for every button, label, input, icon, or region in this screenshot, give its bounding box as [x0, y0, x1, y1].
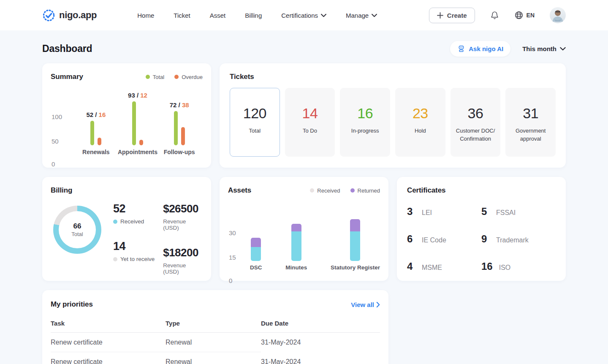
overdue-bar	[181, 127, 185, 145]
ticket-tile-government-approval[interactable]: 31 Government approval	[505, 88, 556, 157]
tile-value: 120	[243, 105, 266, 122]
tile-value: 16	[357, 105, 373, 122]
donut-total-label: Total	[71, 231, 83, 237]
revenue-pending: $18200 Revenue (USD)	[163, 246, 203, 275]
certificate-item-ie-code: 6IE Code	[407, 233, 481, 245]
user-avatar[interactable]	[550, 7, 566, 23]
received-segment	[251, 247, 261, 261]
returned-segment	[291, 224, 301, 231]
y-tick: 0	[229, 277, 232, 284]
assets-legend: Received Returned	[310, 187, 380, 194]
nav-item-billing[interactable]: Billing	[245, 12, 262, 19]
bar-category-label: Renewals	[82, 149, 110, 155]
received-segment	[291, 231, 301, 261]
certificates-card: Certificates 3LEI 5FSSAI 6IE Code 9Trade…	[397, 177, 566, 281]
table-header-row: Task Type Due Date	[51, 320, 380, 333]
brand-name: nigo.app	[59, 10, 97, 21]
revenue-label: Revenue (USD)	[163, 262, 203, 275]
ticket-tile-todo[interactable]: 14 To Do	[285, 88, 335, 157]
certificates-title: Certificates	[407, 186, 556, 195]
language-selector[interactable]: EN	[514, 11, 535, 20]
returned-segment	[251, 238, 261, 247]
create-button[interactable]: Create	[429, 8, 475, 23]
chevron-down-icon	[560, 47, 566, 51]
returned-legend-dot	[350, 188, 355, 193]
ticket-tile-in-progress[interactable]: 16 In-progress	[340, 88, 390, 157]
bar-category-label: Follow-ups	[164, 149, 195, 155]
type-cell: Renewal	[166, 352, 261, 364]
nav-item-home[interactable]: Home	[137, 12, 154, 19]
certificate-label: Trademark	[496, 236, 529, 244]
my-priorities-card: My priorities View all Task Type Due Dat…	[42, 290, 388, 364]
received-segment	[350, 231, 360, 261]
stack-group-statutory-register: Statutory Register	[331, 196, 380, 271]
globe-icon	[514, 11, 524, 20]
nav-item-certifications[interactable]: Certifications	[281, 12, 326, 19]
tickets-card: Tickets 120 Total 14 To Do 16 In-progres…	[220, 63, 566, 168]
bar-category-label: Appointments	[118, 149, 157, 155]
certificate-count: 5	[481, 206, 490, 217]
certificate-label: FSSAI	[496, 209, 516, 217]
bar-category-label: Minutes	[285, 264, 307, 271]
language-label: EN	[527, 12, 535, 19]
task-cell: Renew certificate	[51, 352, 166, 364]
certificate-label: LEI	[422, 209, 432, 217]
billing-donut: 66 Total	[53, 206, 101, 254]
view-all-button[interactable]: View all	[351, 301, 380, 308]
tile-label: Customer DOC/ Confirmation	[451, 127, 500, 143]
bell-icon	[490, 11, 499, 20]
nav-item-manage[interactable]: Manage	[346, 12, 377, 19]
bar-value-label: 52 / 16	[86, 111, 106, 118]
column-header-task: Task	[51, 320, 166, 333]
bar-group-appointments: 93 / 12 Appointments	[117, 83, 159, 155]
bar-category-label: Statutory Register	[331, 264, 380, 271]
top-navigation-bar: nigo.app Home Ticket Asset Billing Certi…	[0, 0, 608, 30]
billing-title: Billing	[51, 186, 203, 195]
assets-stacked-bar-chart: 30 15 0 DSC Minutes Statutory Re	[228, 196, 380, 271]
table-row[interactable]: Renew certificate Renewal 31-May-2024	[51, 333, 380, 352]
bar-category-label: DSC	[250, 264, 262, 271]
summary-title: Summary	[51, 73, 83, 81]
robot-icon	[457, 45, 465, 53]
ticket-tiles: 120 Total 14 To Do 16 In-progress 23 Hol…	[230, 88, 556, 157]
donut-total-value: 66	[73, 222, 81, 231]
period-selector[interactable]: This month	[522, 45, 566, 52]
certificate-item-iso: 16ISO	[481, 261, 556, 272]
brand-logo[interactable]: nigo.app	[42, 9, 97, 22]
ticket-tile-hold[interactable]: 23 Hold	[395, 88, 445, 157]
ticket-tile-total[interactable]: 120 Total	[230, 88, 280, 157]
y-tick: 15	[229, 254, 236, 261]
tile-label: To Do	[299, 127, 320, 135]
certificate-count: 16	[481, 261, 493, 272]
tile-label: Hold	[411, 127, 429, 135]
revenue-value: $18200	[163, 246, 203, 259]
ask-ai-button[interactable]: Ask nigo AI	[450, 41, 510, 57]
tile-label: Total	[246, 127, 264, 135]
due-date-cell: 31-May-2024	[261, 352, 380, 364]
priorities-table: Task Type Due Date Renew certificate Ren…	[51, 320, 380, 364]
stack-group-minutes: Minutes	[285, 196, 307, 271]
revenue-value: $26500	[163, 202, 203, 215]
ticket-tile-customer-doc[interactable]: 36 Customer DOC/ Confirmation	[451, 88, 501, 157]
chevron-right-icon	[376, 302, 380, 307]
stacked-bar	[291, 224, 301, 261]
y-tick: 30	[229, 229, 236, 236]
page-title: Dashboard	[42, 43, 92, 54]
tile-value: 14	[302, 105, 318, 122]
returned-segment	[350, 219, 360, 231]
certificate-item-trademark: 9Trademark	[481, 233, 556, 245]
yet-to-receive-dot	[113, 257, 117, 261]
stacked-bar	[251, 238, 261, 261]
certificates-grid: 3LEI 5FSSAI 6IE Code 9Trademark 4MSME 16…	[407, 206, 556, 272]
total-bar	[90, 121, 94, 145]
logo-check-icon	[42, 9, 55, 22]
tile-value: 31	[523, 105, 538, 122]
dashboard-content: Dashboard Ask nigo AI This month	[0, 41, 608, 364]
table-row[interactable]: Renew certificate Renewal 31-May-2024	[51, 352, 380, 364]
revenue-label: Revenue (USD)	[163, 218, 203, 231]
nav-item-asset[interactable]: Asset	[210, 12, 226, 19]
nav-item-ticket[interactable]: Ticket	[174, 12, 190, 19]
notifications-button[interactable]	[490, 11, 499, 20]
due-date-cell: 31-May-2024	[261, 333, 380, 352]
legend-item-returned: Returned	[350, 187, 380, 194]
